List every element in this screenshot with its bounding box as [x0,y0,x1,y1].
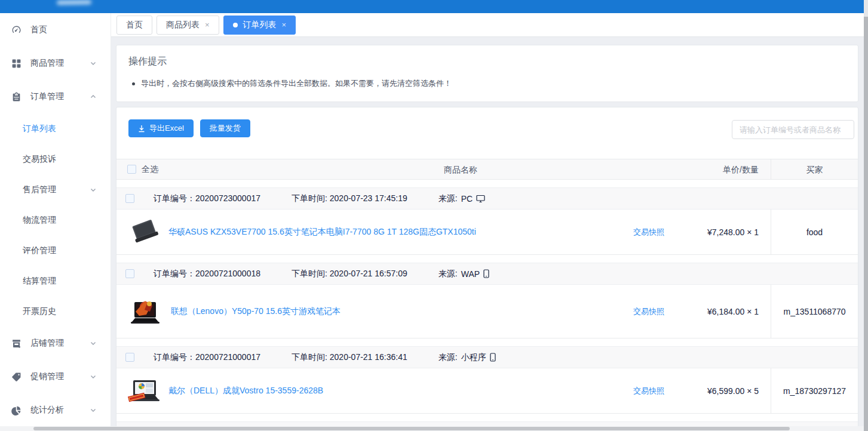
horizontal-scrollbar-thumb[interactable] [33,427,790,430]
export-excel-label: 导出Excel [149,123,184,134]
sidebar-item-home[interactable]: 首页 [0,13,111,47]
trade-snapshot-link[interactable]: 交易快照 [633,227,681,238]
chevron-down-icon [90,60,97,67]
product-row: 华硕ASUS KZX53VE7700 15.6英寸笔记本电脑I7-7700 8G… [116,210,858,255]
sidebar-item-settlement[interactable]: 结算管理 [0,266,111,296]
sidebar-item-label: 商品管理 [30,58,90,69]
orders-table: 全选 商品名称 单价/数量 买家 订单编号：20200723000017 下单时… [116,159,858,431]
order-time-label: 下单时间: [292,193,330,203]
order-time: 下单时间: 2020-07-21 16:57:09 [292,269,407,279]
close-icon[interactable]: × [205,21,210,29]
select-all-checkbox[interactable] [127,165,136,174]
export-excel-button[interactable]: 导出Excel [128,119,194,137]
sidebar-item-label: 评价管理 [23,245,111,256]
order-group: 订单编号：20200723000017 下单时间: 2020-07-23 17:… [116,187,858,255]
order-number: 订单编号：20200721000017 [154,352,260,363]
trade-snapshot-link[interactable]: 交易快照 [633,306,681,317]
tab-home[interactable]: 首页 [116,16,152,35]
price-quantity: ¥7,248.00 × 1 [681,227,771,237]
order-group: 订单编号：20200721000017 下单时间: 2020-07-21 16:… [116,346,858,414]
price-quantity: ¥6,599.00 × 5 [681,386,771,396]
table-header-left: 全选 商品名称 [116,159,681,179]
sidebar-item-label: 店铺管理 [30,338,90,349]
order-time-value: 2020-07-23 17:45:19 [330,193,407,203]
top-header-bar [0,0,868,13]
product-title-link[interactable]: 华硕ASUS KZX53VE7700 15.6英寸笔记本电脑I7-7700 8G… [168,227,633,238]
buyer-name: m_18730297127 [771,368,858,413]
product-title-link[interactable]: 戴尔（DELL）成就Vostro 15-3559-2628B [168,386,633,396]
toolbar: 导出Excel 批量发货 [116,119,858,138]
order-checkbox[interactable] [125,194,134,203]
bullet-icon [132,82,135,85]
trade-snapshot-link[interactable]: 交易快照 [633,386,681,396]
sidebar-item-aftersale[interactable]: 售后管理 [0,174,111,205]
horizontal-scrollbar[interactable] [0,426,864,431]
sidebar-item-goods[interactable]: 商品管理 [0,47,111,80]
order-header-row: 订单编号：20200721000018 下单时间: 2020-07-21 16:… [116,263,858,285]
pc-monitor-icon [476,195,485,203]
chevron-down-icon [90,373,97,380]
main-area: 首页 商品列表 × 订单列表 × 操作提示 导出时，会按右侧高级搜索中的筛选条件… [111,13,864,431]
tab-product-list[interactable]: 商品列表 × [157,16,219,35]
order-number-value: 20200723000017 [195,193,260,203]
sidebar-item-reviews[interactable]: 评价管理 [0,235,111,266]
dashboard-icon [11,25,22,35]
product-row: 戴尔（DELL）成就Vostro 15-3559-2628B 交易快照 ¥6,5… [116,368,858,414]
sidebar-item-promotion[interactable]: 促销管理 [0,360,111,393]
sidebar-item-invoice-history[interactable]: 开票历史 [0,296,111,327]
column-header-price-qty: 单价/数量 [681,159,771,179]
order-source: 来源: PC [438,193,485,204]
tip-text: 导出时，会按右侧高级搜索中的筛选条件导出全部数据。如果不需要，请先清空筛选条件！ [141,78,452,89]
tab-label: 商品列表 [166,20,200,30]
sidebar-item-label: 开票历史 [23,306,111,317]
price-tags-icon [11,372,22,382]
sidebar-item-label: 促销管理 [30,371,90,382]
order-number-value: 20200721000017 [195,352,260,362]
logo [57,0,91,5]
sidebar-item-trade-complaint[interactable]: 交易投诉 [0,144,111,174]
product-image[interactable] [127,374,161,408]
batch-ship-label: 批量发货 [210,123,241,134]
sidebar-item-label: 首页 [30,24,111,35]
sidebar-item-label: 结算管理 [23,276,111,287]
sidebar-item-order-list[interactable]: 订单列表 [0,113,111,144]
tab-label: 订单列表 [243,20,277,30]
sidebar-item-shop[interactable]: 店铺管理 [0,327,111,360]
product-image[interactable] [127,294,163,330]
order-header-row: 订单编号：20200721000017 下单时间: 2020-07-21 16:… [116,346,858,368]
order-source-value: 小程序 [461,352,486,363]
chevron-down-icon [90,407,97,414]
table-header-row: 全选 商品名称 单价/数量 买家 [116,159,858,180]
tab-order-list[interactable]: 订单列表 × [223,16,296,35]
order-checkbox[interactable] [125,353,134,362]
order-number-value: 20200721000018 [195,269,260,278]
product-row: 联想（Lenovo）Y50p-70 15.6英寸游戏笔记本 交易快照 ¥6,18… [116,285,858,338]
batch-ship-button[interactable]: 批量发货 [200,119,250,137]
storefront-icon [11,338,22,349]
product-title-link[interactable]: 联想（Lenovo）Y50p-70 15.6英寸游戏笔记本 [171,306,633,317]
sidebar-item-label: 统计分析 [30,405,90,415]
product-image[interactable] [127,216,161,249]
content-area: 操作提示 导出时，会按右侧高级搜索中的筛选条件导出全部数据。如果不需要，请先清空… [111,37,864,431]
vertical-scrollbar-thumb[interactable] [864,17,868,431]
order-source-value: WAP [461,269,480,279]
order-number-label: 订单编号： [154,352,195,362]
sidebar-item-label: 订单列表 [23,124,111,134]
order-time-value: 2020-07-21 16:57:09 [330,269,407,278]
chevron-down-icon [90,340,97,347]
select-all-label: 全选 [142,164,158,175]
sidebar-item-logistics[interactable]: 物流管理 [0,205,111,235]
active-dot-icon [233,23,238,27]
search-input[interactable] [732,120,854,139]
sidebar-item-label: 物流管理 [23,215,111,226]
chevron-down-icon [90,186,97,193]
order-checkbox[interactable] [125,269,134,278]
close-icon[interactable]: × [282,21,287,29]
sidebar-item-orders[interactable]: 订单管理 [0,80,111,113]
vertical-scrollbar[interactable] [864,0,868,431]
order-source-label: 来源: [438,269,458,279]
sidebar-item-statistics[interactable]: 统计分析 [0,393,111,427]
chevron-up-icon [90,93,97,100]
pie-chart-icon [11,405,22,415]
tab-bar: 首页 商品列表 × 订单列表 × [111,13,864,37]
